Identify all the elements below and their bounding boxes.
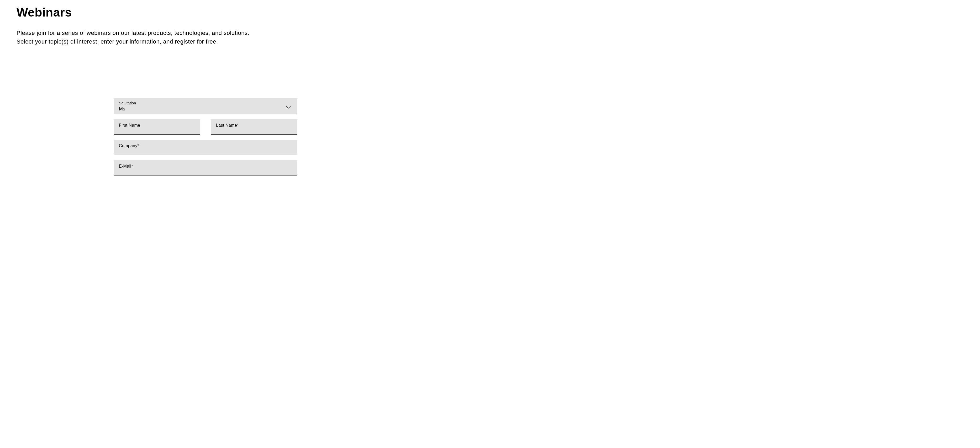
- email-placeholder: E-Mail*: [119, 164, 133, 168]
- first-name-placeholder: First Name: [119, 123, 140, 127]
- intro-text: Please join for a series of webinars on …: [16, 29, 263, 46]
- last-name-field[interactable]: Last Name*: [211, 119, 298, 135]
- company-field[interactable]: Company*: [114, 140, 298, 155]
- salutation-select[interactable]: Salutation Ms: [114, 98, 298, 114]
- page-title: Webinars: [16, 5, 964, 19]
- email-field[interactable]: E-Mail*: [114, 160, 298, 175]
- salutation-label: Salutation: [119, 101, 292, 105]
- registration-form: Salutation Ms First Name Last Name* Comp…: [114, 98, 298, 175]
- last-name-placeholder: Last Name*: [216, 123, 239, 127]
- salutation-value: Ms: [119, 106, 292, 112]
- chevron-down-icon: [286, 105, 291, 108]
- company-placeholder: Company*: [119, 143, 139, 148]
- first-name-field[interactable]: First Name: [114, 119, 200, 135]
